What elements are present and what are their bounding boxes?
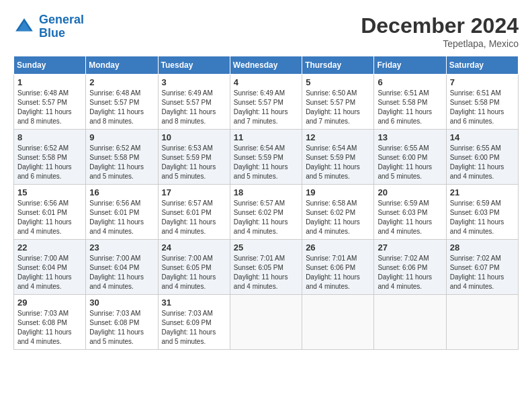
day-number: 26 [306, 242, 370, 253]
day-number: 8 [17, 132, 82, 142]
day-info: Sunrise: 6:52 AMSunset: 5:58 PMDaylight:… [89, 144, 154, 181]
calendar-cell: 31 Sunrise: 7:03 AMSunset: 6:09 PMDaylig… [158, 295, 230, 350]
calendar-cell: 7 Sunrise: 6:51 AMSunset: 5:58 PMDayligh… [446, 75, 518, 130]
calendar-cell: 20 Sunrise: 6:59 AMSunset: 6:03 PMDaylig… [374, 185, 446, 240]
calendar-week-2: 8 Sunrise: 6:52 AMSunset: 5:58 PMDayligh… [14, 130, 519, 185]
logo-text: General Blue [39, 13, 84, 40]
calendar-cell: 11 Sunrise: 6:54 AMSunset: 5:59 PMDaylig… [230, 130, 302, 185]
calendar-cell: 28 Sunrise: 7:02 AMSunset: 6:07 PMDaylig… [446, 240, 518, 295]
day-number: 31 [162, 298, 226, 308]
calendar-cell: 15 Sunrise: 6:56 AMSunset: 6:01 PMDaylig… [14, 185, 86, 240]
day-number: 21 [450, 187, 515, 197]
calendar-header-row: Sunday Monday Tuesday Wednesday Thursday… [14, 56, 519, 75]
day-info: Sunrise: 7:00 AMSunset: 6:05 PMDaylight:… [162, 254, 226, 291]
header-friday: Friday [374, 56, 446, 75]
logo-icon [13, 16, 35, 38]
calendar-week-1: 1 Sunrise: 6:48 AMSunset: 5:57 PMDayligh… [14, 75, 519, 130]
calendar-cell [374, 295, 446, 350]
day-number: 1 [17, 77, 82, 87]
calendar-cell: 27 Sunrise: 7:02 AMSunset: 6:06 PMDaylig… [374, 240, 446, 295]
day-number: 5 [306, 77, 370, 87]
day-info: Sunrise: 6:53 AMSunset: 5:59 PMDaylight:… [162, 144, 226, 181]
day-info: Sunrise: 6:59 AMSunset: 6:03 PMDaylight:… [378, 199, 442, 236]
calendar-cell [446, 295, 518, 350]
day-info: Sunrise: 6:49 AMSunset: 5:57 PMDaylight:… [162, 89, 226, 126]
calendar-cell: 23 Sunrise: 7:00 AMSunset: 6:04 PMDaylig… [86, 240, 158, 295]
calendar-cell: 8 Sunrise: 6:52 AMSunset: 5:58 PMDayligh… [14, 130, 86, 185]
day-number: 14 [450, 132, 515, 142]
day-info: Sunrise: 7:03 AMSunset: 6:08 PMDaylight:… [17, 309, 82, 347]
day-info: Sunrise: 6:58 AMSunset: 6:02 PMDaylight:… [306, 199, 370, 236]
day-number: 19 [306, 187, 370, 197]
day-info: Sunrise: 6:52 AMSunset: 5:58 PMDaylight:… [17, 144, 82, 181]
calendar-cell: 26 Sunrise: 7:01 AMSunset: 6:06 PMDaylig… [302, 240, 374, 295]
page-header: General Blue December 2024 Tepetlapa, Me… [13, 13, 519, 49]
day-info: Sunrise: 6:51 AMSunset: 5:58 PMDaylight:… [450, 89, 515, 126]
location: Tepetlapa, Mexico [361, 38, 519, 49]
day-number: 28 [450, 242, 515, 253]
calendar-cell: 16 Sunrise: 6:56 AMSunset: 6:01 PMDaylig… [86, 185, 158, 240]
calendar-cell: 21 Sunrise: 6:59 AMSunset: 6:03 PMDaylig… [446, 185, 518, 240]
calendar-cell: 14 Sunrise: 6:55 AMSunset: 6:00 PMDaylig… [446, 130, 518, 185]
day-number: 3 [162, 77, 226, 87]
calendar-cell: 3 Sunrise: 6:49 AMSunset: 5:57 PMDayligh… [158, 75, 230, 130]
day-number: 6 [378, 77, 442, 87]
calendar-cell [230, 295, 302, 350]
day-number: 9 [89, 132, 154, 142]
calendar-cell: 29 Sunrise: 7:03 AMSunset: 6:08 PMDaylig… [14, 295, 86, 350]
day-info: Sunrise: 6:54 AMSunset: 5:59 PMDaylight:… [306, 144, 370, 181]
logo-line2: Blue [39, 26, 65, 40]
day-number: 30 [89, 298, 154, 308]
calendar-table: Sunday Monday Tuesday Wednesday Thursday… [13, 56, 519, 350]
calendar-week-3: 15 Sunrise: 6:56 AMSunset: 6:01 PMDaylig… [14, 185, 519, 240]
day-number: 25 [234, 242, 298, 253]
calendar-cell: 5 Sunrise: 6:50 AMSunset: 5:57 PMDayligh… [302, 75, 374, 130]
calendar-cell: 1 Sunrise: 6:48 AMSunset: 5:57 PMDayligh… [14, 75, 86, 130]
calendar-cell: 25 Sunrise: 7:01 AMSunset: 6:05 PMDaylig… [230, 240, 302, 295]
calendar-cell: 10 Sunrise: 6:53 AMSunset: 5:59 PMDaylig… [158, 130, 230, 185]
day-number: 7 [450, 77, 515, 87]
day-number: 4 [234, 77, 298, 87]
day-info: Sunrise: 6:56 AMSunset: 6:01 PMDaylight:… [17, 199, 82, 236]
day-info: Sunrise: 6:48 AMSunset: 5:57 PMDaylight:… [89, 89, 154, 126]
calendar-cell: 13 Sunrise: 6:55 AMSunset: 6:00 PMDaylig… [374, 130, 446, 185]
day-info: Sunrise: 6:50 AMSunset: 5:57 PMDaylight:… [306, 89, 370, 126]
day-number: 22 [17, 242, 82, 253]
day-number: 11 [234, 132, 298, 142]
day-info: Sunrise: 6:59 AMSunset: 6:03 PMDaylight:… [450, 199, 515, 236]
day-info: Sunrise: 7:00 AMSunset: 6:04 PMDaylight:… [17, 254, 82, 291]
day-number: 16 [89, 187, 154, 197]
calendar-cell: 2 Sunrise: 6:48 AMSunset: 5:57 PMDayligh… [86, 75, 158, 130]
header-wednesday: Wednesday [230, 56, 302, 75]
day-info: Sunrise: 6:56 AMSunset: 6:01 PMDaylight:… [89, 199, 154, 236]
header-sunday: Sunday [14, 56, 86, 75]
day-info: Sunrise: 7:03 AMSunset: 6:08 PMDaylight:… [89, 309, 154, 347]
calendar-cell: 4 Sunrise: 6:49 AMSunset: 5:57 PMDayligh… [230, 75, 302, 130]
day-info: Sunrise: 7:02 AMSunset: 6:07 PMDaylight:… [450, 254, 515, 291]
calendar-cell: 12 Sunrise: 6:54 AMSunset: 5:59 PMDaylig… [302, 130, 374, 185]
logo: General Blue [13, 13, 84, 40]
day-number: 23 [89, 242, 154, 253]
day-info: Sunrise: 6:57 AMSunset: 6:01 PMDaylight:… [162, 199, 226, 236]
calendar-cell: 6 Sunrise: 6:51 AMSunset: 5:58 PMDayligh… [374, 75, 446, 130]
calendar-cell: 19 Sunrise: 6:58 AMSunset: 6:02 PMDaylig… [302, 185, 374, 240]
header-monday: Monday [86, 56, 158, 75]
day-number: 18 [234, 187, 298, 197]
day-info: Sunrise: 7:00 AMSunset: 6:04 PMDaylight:… [89, 254, 154, 291]
day-info: Sunrise: 6:54 AMSunset: 5:59 PMDaylight:… [234, 144, 298, 181]
day-info: Sunrise: 7:02 AMSunset: 6:06 PMDaylight:… [378, 254, 442, 291]
day-number: 15 [17, 187, 82, 197]
calendar-week-5: 29 Sunrise: 7:03 AMSunset: 6:08 PMDaylig… [14, 295, 519, 350]
day-number: 29 [17, 298, 82, 308]
day-number: 2 [89, 77, 154, 87]
day-number: 17 [162, 187, 226, 197]
calendar-cell [302, 295, 374, 350]
day-info: Sunrise: 6:57 AMSunset: 6:02 PMDaylight:… [234, 199, 298, 236]
calendar-cell: 22 Sunrise: 7:00 AMSunset: 6:04 PMDaylig… [14, 240, 86, 295]
logo-line1: General [39, 13, 84, 26]
calendar-cell: 17 Sunrise: 6:57 AMSunset: 6:01 PMDaylig… [158, 185, 230, 240]
day-number: 27 [378, 242, 442, 253]
calendar-week-4: 22 Sunrise: 7:00 AMSunset: 6:04 PMDaylig… [14, 240, 519, 295]
calendar-cell: 30 Sunrise: 7:03 AMSunset: 6:08 PMDaylig… [86, 295, 158, 350]
day-info: Sunrise: 6:55 AMSunset: 6:00 PMDaylight:… [378, 144, 442, 181]
